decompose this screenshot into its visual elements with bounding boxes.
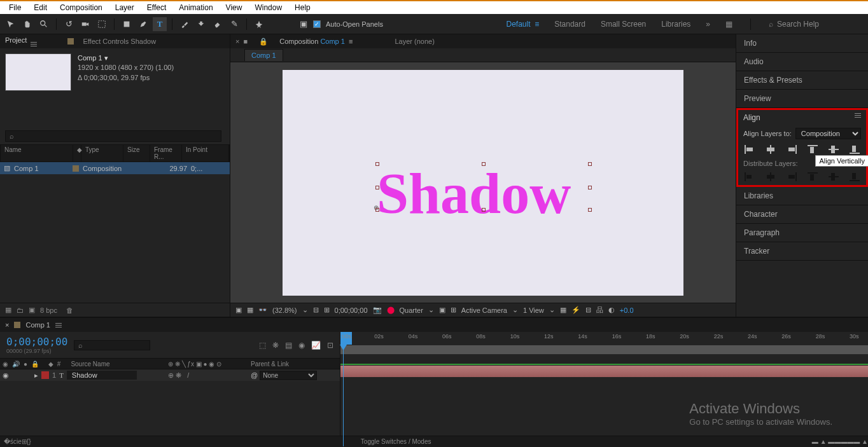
- panel-preview[interactable]: Preview: [736, 90, 868, 108]
- subtab-comp1[interactable]: Comp 1: [244, 49, 283, 61]
- hand-tool-icon[interactable]: [20, 17, 34, 31]
- graph-editor-icon[interactable]: 📈: [311, 341, 321, 350]
- align-left-icon[interactable]: [744, 144, 755, 155]
- align-vcenter-icon[interactable]: [828, 144, 839, 155]
- new-comp-icon[interactable]: ▣: [29, 306, 35, 314]
- mask-icon[interactable]: 👓: [258, 306, 267, 314]
- bpc-toggle[interactable]: 8 bpc: [40, 306, 57, 314]
- project-search-input[interactable]: ⌕: [5, 130, 221, 142]
- label-col-icon[interactable]: ◆: [48, 361, 53, 368]
- channel-icon[interactable]: ⬤: [387, 306, 395, 314]
- camera-dropdown[interactable]: Active Camera: [461, 306, 507, 314]
- view-dropdown[interactable]: 1 View: [523, 306, 544, 314]
- flowchart-icon[interactable]: 品: [596, 305, 603, 315]
- toggle-switches-button[interactable]: Toggle Switches / Modes: [361, 438, 431, 445]
- orbit-tool-icon[interactable]: ↺: [62, 17, 76, 31]
- timeline-search-input[interactable]: ⌕: [74, 340, 150, 350]
- parent-select[interactable]: None: [260, 371, 317, 380]
- composition-canvas[interactable]: Shadow: [283, 70, 683, 296]
- panel-tracker[interactable]: Tracker: [736, 242, 868, 261]
- pixel-aspect-icon[interactable]: ▦: [560, 306, 566, 314]
- zoom-slider[interactable]: ▬ ▲ ▬▬▬▬▬ ▲: [812, 438, 868, 445]
- workspace-small[interactable]: Small Screen: [601, 20, 646, 29]
- roi-icon[interactable]: ▣: [439, 306, 445, 314]
- draft3d-icon[interactable]: ⊡: [327, 341, 333, 350]
- panel-libraries[interactable]: Libraries: [736, 187, 868, 205]
- interpret-icon[interactable]: ▦: [5, 306, 11, 314]
- align-top-icon[interactable]: [807, 144, 818, 155]
- clone-tool-icon[interactable]: [194, 17, 208, 31]
- exposure-value[interactable]: +0.0: [620, 306, 634, 314]
- workspace-panel-icon[interactable]: ▦: [725, 20, 732, 29]
- fast-preview-icon[interactable]: ⚡: [571, 306, 580, 314]
- workspace-default[interactable]: Default ≡: [507, 20, 540, 29]
- selection-tool-icon[interactable]: [4, 17, 18, 31]
- trash-icon[interactable]: 🗑: [66, 306, 73, 314]
- grid-guides-icon[interactable]: ⊞: [451, 306, 456, 314]
- menu-effect[interactable]: Effect: [141, 2, 172, 13]
- align-bottom-icon[interactable]: [849, 144, 860, 155]
- shape-tool-icon[interactable]: [120, 17, 134, 31]
- brush-tool-icon[interactable]: [178, 17, 192, 31]
- transparency-icon[interactable]: ▦: [247, 306, 253, 314]
- roto-tool-icon[interactable]: ✎: [227, 17, 241, 31]
- tab-layer[interactable]: Layer (none): [395, 38, 434, 45]
- timeline-menu-icon[interactable]: [55, 323, 62, 327]
- tl-footer-icon2[interactable]: ⊞: [22, 438, 27, 445]
- snapshot-icon[interactable]: 📷: [373, 306, 382, 314]
- menu-layer[interactable]: Layer: [109, 2, 141, 13]
- comp-name[interactable]: Comp 1 ▾: [78, 53, 174, 63]
- playhead[interactable]: [343, 332, 344, 446]
- solo-icon[interactable]: ●: [24, 361, 27, 368]
- layer-expand-icon[interactable]: ▸: [34, 371, 38, 380]
- search-help-input[interactable]: Search Help: [777, 20, 819, 29]
- close-tab-icon[interactable]: × ■: [235, 38, 248, 45]
- grid-icon[interactable]: ⊞: [324, 306, 330, 314]
- panel-character[interactable]: Character: [736, 205, 868, 224]
- motion-blur-icon[interactable]: ◉: [298, 341, 305, 350]
- time-display[interactable]: 0;00;00;00: [335, 306, 368, 314]
- time-ruler[interactable]: :00s02s04s06s08s10s12s14s16s18s20s22s24s…: [340, 332, 868, 354]
- reset-exposure-icon[interactable]: ◐: [608, 306, 615, 314]
- canvas-area[interactable]: Shadow: [230, 62, 736, 303]
- panel-info[interactable]: Info: [736, 34, 868, 53]
- align-target-select[interactable]: Composition: [795, 128, 861, 139]
- av-icon[interactable]: ◉: [3, 361, 8, 368]
- layer-vis-icon[interactable]: ◉: [3, 371, 9, 380]
- panel-audio[interactable]: Audio: [736, 53, 868, 71]
- tl-footer-icon3[interactable]: {}: [27, 438, 31, 445]
- eraser-tool-icon[interactable]: [211, 17, 225, 31]
- folder-icon[interactable]: 🗀: [17, 306, 24, 314]
- text-tool-icon[interactable]: T: [153, 17, 167, 31]
- tab-project[interactable]: Project: [5, 36, 37, 46]
- text-layer-shadow[interactable]: Shadow: [377, 161, 571, 226]
- panel-effects-presets[interactable]: Effects & Presets: [736, 71, 868, 90]
- timeline-layer-1[interactable]: ◉ ▸ 1 T Shadow ⊕ ❋ / @ None: [0, 369, 340, 381]
- menu-edit[interactable]: Edit: [27, 2, 53, 13]
- pen-tool-icon[interactable]: [136, 17, 150, 31]
- zoom-tool-icon[interactable]: [37, 17, 51, 31]
- align-hcenter-icon[interactable]: [765, 144, 776, 155]
- zoom-dropdown[interactable]: (32.8%): [272, 306, 297, 314]
- menu-composition[interactable]: Composition: [53, 2, 109, 13]
- timeline-tab-comp1[interactable]: Comp 1: [25, 321, 50, 329]
- current-time[interactable]: 0;00;00;00: [6, 336, 67, 348]
- pickwhip-icon[interactable]: @: [251, 371, 258, 379]
- audio-icon[interactable]: 🔊: [12, 361, 20, 368]
- workspace-standard[interactable]: Standard: [554, 20, 585, 29]
- tab-effect-controls[interactable]: Effect Controls Shadow: [83, 38, 156, 45]
- workspace-more-icon[interactable]: »: [706, 20, 710, 29]
- always-preview-icon[interactable]: ▣: [235, 306, 242, 314]
- timeline-icon[interactable]: ⊟: [585, 306, 591, 314]
- roi-tool-icon[interactable]: [95, 17, 109, 31]
- camera-tool-icon[interactable]: [78, 17, 92, 31]
- lock-icon[interactable]: 🔒: [259, 38, 268, 46]
- layer-label-icon[interactable]: [41, 371, 49, 379]
- layer-duration-bar[interactable]: [340, 366, 868, 377]
- comp-mini-icon[interactable]: ⬚: [259, 341, 266, 350]
- menu-window[interactable]: Window: [248, 2, 288, 13]
- workspace-libraries[interactable]: Libraries: [661, 20, 690, 29]
- tab-composition[interactable]: Composition Comp 1 ≡: [279, 38, 353, 45]
- project-item-comp1[interactable]: ▧ Comp 1 Composition 29.97 0;...: [0, 162, 230, 174]
- align-right-icon[interactable]: [786, 144, 797, 155]
